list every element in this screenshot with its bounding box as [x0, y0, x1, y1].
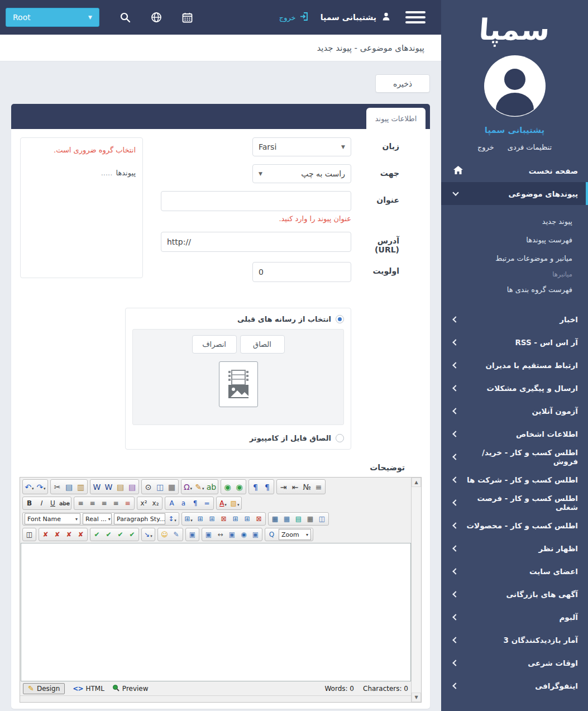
- align-right-icon[interactable]: ≡: [98, 498, 110, 509]
- image-gallery-icon[interactable]: ▣: [203, 529, 214, 541]
- paragraph-insert-icon[interactable]: ¶: [189, 498, 201, 509]
- sidebar-item[interactable]: اعضای سایت: [441, 560, 588, 583]
- paste-icon[interactable]: ▥: [75, 480, 87, 493]
- cancel-button[interactable]: انصراف: [192, 335, 237, 354]
- save-button[interactable]: ذخیره: [375, 74, 430, 93]
- zoom-tool-icon[interactable]: Q: [266, 529, 278, 541]
- globe-icon[interactable]: [151, 12, 162, 23]
- sidebar-item-topic-links[interactable]: پیوندهای موضوعی: [441, 182, 588, 205]
- sidebar-item[interactable]: اطلس کسب و کار - محصولات: [441, 514, 588, 537]
- superscript-icon[interactable]: x²: [138, 498, 150, 509]
- radio-previous-media[interactable]: انتخاب از رسانه های قبلی: [132, 315, 344, 323]
- find-icon[interactable]: ⊙: [142, 480, 154, 493]
- sidebar-item[interactable]: ارسال و پیگیری مشکلات: [441, 376, 588, 399]
- insert-link-icon[interactable]: ◉: [222, 480, 233, 493]
- paste-from-word-icon[interactable]: W: [91, 480, 103, 493]
- cut-icon[interactable]: ✂: [51, 480, 63, 493]
- remove-justify-icon[interactable]: ≡: [122, 498, 133, 509]
- preview-tab[interactable]: Preview: [112, 684, 149, 693]
- delete-cell-column-icon[interactable]: ✘: [63, 529, 75, 541]
- zoom-select[interactable]: Zoom▾: [279, 529, 311, 540]
- outdent-icon[interactable]: ⇤: [289, 480, 301, 493]
- design-tab[interactable]: ✎ Design: [23, 683, 65, 694]
- insert-media-icon[interactable]: ◉: [238, 529, 250, 541]
- sidebar-subitem[interactable]: فهرست گروه بندی ها: [441, 280, 588, 299]
- insert-table-icon[interactable]: ⊞▾: [183, 513, 194, 525]
- sidebar-item[interactable]: آزمون آنلاین: [441, 399, 588, 422]
- symbols-icon[interactable]: Ω▾: [182, 480, 194, 493]
- insert-photo-icon[interactable]: ▣: [226, 529, 238, 541]
- justify-icon[interactable]: ≡: [110, 498, 122, 509]
- menu-icon[interactable]: [405, 8, 426, 26]
- print-icon[interactable]: ▦: [166, 480, 178, 493]
- priority-input[interactable]: [252, 262, 351, 282]
- align-left-icon[interactable]: ≡: [75, 498, 87, 509]
- sidebar-item[interactable]: اطلس کسب و کار - خرید/فروش: [441, 445, 588, 468]
- spellcheck-icon[interactable]: ab: [205, 480, 217, 493]
- search-icon[interactable]: [119, 12, 131, 23]
- paragraph-style-select[interactable]: Paragraph Sty...▾: [114, 513, 165, 524]
- image-resize-icon[interactable]: ↔: [214, 529, 226, 541]
- bullet-list-icon[interactable]: ≡: [313, 480, 324, 493]
- title-input[interactable]: [161, 191, 351, 211]
- select-all-icon[interactable]: ◫: [154, 480, 166, 493]
- highlight-color-icon[interactable]: ▧▾: [229, 498, 241, 509]
- emoticon-icon[interactable]: ☺: [159, 529, 170, 541]
- topbar-user[interactable]: پشتیبانی سمپا: [321, 12, 391, 23]
- ltr-paragraph-icon[interactable]: ¶: [250, 480, 261, 493]
- insert-row-above-icon[interactable]: ⊞: [194, 513, 206, 525]
- topbar-logout-link[interactable]: خروج: [279, 12, 309, 23]
- media-thumbnail[interactable]: [219, 361, 258, 407]
- split-cell-icon[interactable]: ▤: [293, 513, 304, 525]
- radio-selected-icon[interactable]: [336, 315, 344, 323]
- radio-unselected-icon[interactable]: [336, 434, 344, 442]
- remove-link-icon[interactable]: ◉: [233, 480, 245, 493]
- delete-cell-icon[interactable]: ✘: [40, 529, 51, 541]
- paste-from-word-clean-icon[interactable]: W: [103, 480, 114, 493]
- radio-computer-file[interactable]: الصاق فایل از کامپیوتر: [132, 434, 344, 442]
- sidebar-subitem[interactable]: میانبرها: [441, 268, 588, 280]
- sidebar-subitem[interactable]: پیوند جدید: [441, 212, 588, 231]
- calendar-icon[interactable]: [182, 12, 193, 23]
- insert-image-icon[interactable]: ▣: [187, 529, 198, 541]
- cell-properties-icon[interactable]: ▦: [281, 513, 293, 525]
- sidebar-item[interactable]: اوقات شرعی: [441, 651, 588, 674]
- paste-special-icon[interactable]: ▤: [126, 480, 138, 493]
- font-name-select[interactable]: Font Name▾: [25, 513, 80, 524]
- sidebar-item[interactable]: اینفوگرافی: [441, 674, 588, 697]
- sidebar-subitem[interactable]: فهرست پیوندها: [441, 231, 588, 249]
- format-painter-icon[interactable]: ✎▾: [194, 480, 205, 493]
- bold-icon[interactable]: B: [23, 498, 35, 509]
- sidebar-item[interactable]: آمار بازدیدکنندگان 3: [441, 628, 588, 651]
- undo-icon[interactable]: ↶▾: [23, 480, 35, 493]
- language-select[interactable]: Farsi ▼: [252, 137, 351, 156]
- html-tab[interactable]: <> HTML: [73, 685, 104, 693]
- sidebar-item-home[interactable]: صفحه نخست: [441, 159, 588, 182]
- sidebar-item[interactable]: ارتباط مستقیم با مدیران: [441, 354, 588, 376]
- table-properties-icon[interactable]: ▦: [304, 513, 316, 525]
- insert-cell-table-icon[interactable]: ✔: [126, 529, 138, 541]
- italic-icon[interactable]: I: [35, 498, 47, 509]
- insert-row-below-icon[interactable]: ⊞: [206, 513, 218, 525]
- sidebar-item[interactable]: آگهی های بازرگانی: [441, 583, 588, 605]
- sidebar-item[interactable]: اطلاعات اشخاص: [441, 422, 588, 445]
- delete-row-icon[interactable]: ⊠: [218, 513, 230, 525]
- sidebar-item[interactable]: آلبوم: [441, 605, 588, 628]
- horizontal-rule-icon[interactable]: =: [201, 498, 213, 509]
- sidebar-item[interactable]: اطلس کسب و کار - شرکت ها: [441, 468, 588, 491]
- indent-icon[interactable]: ⇥: [278, 480, 289, 493]
- page-properties-icon[interactable]: ◫: [23, 529, 35, 541]
- personal-settings-link[interactable]: تنظیمات فردی: [508, 143, 552, 151]
- font-color-icon[interactable]: A▾: [217, 498, 229, 509]
- insert-template-icon[interactable]: ✎: [170, 529, 182, 541]
- align-center-icon[interactable]: ≡: [87, 498, 98, 509]
- editor-canvas[interactable]: [21, 543, 411, 681]
- rtl-paragraph-icon[interactable]: ¶: [261, 480, 273, 493]
- insert-column-right-icon[interactable]: ⊞: [241, 513, 253, 525]
- uppercase-icon[interactable]: A: [166, 498, 178, 509]
- select-table-icon[interactable]: ◫: [316, 513, 328, 525]
- subscript-icon[interactable]: x₂: [150, 498, 161, 509]
- attach-button[interactable]: الصاق: [240, 335, 285, 354]
- url-input[interactable]: [161, 232, 351, 252]
- font-size-select[interactable]: Real ...▾: [83, 513, 112, 524]
